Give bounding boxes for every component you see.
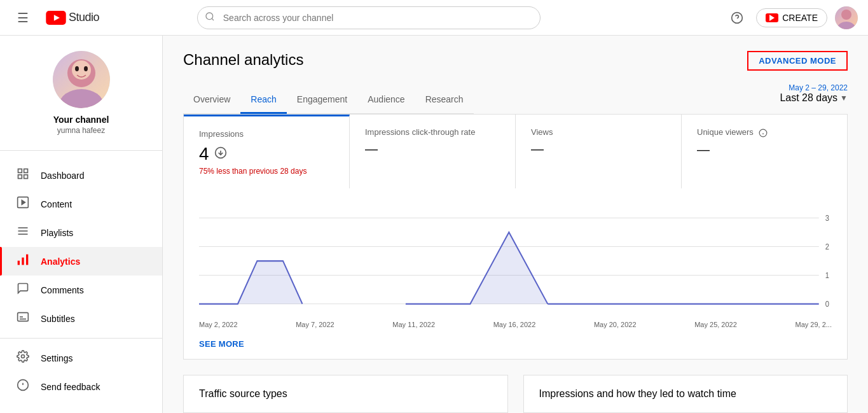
metric-impressions[interactable]: Impressions 4 75% less than previous 28 … <box>184 115 350 188</box>
create-label: CREATE <box>782 13 818 23</box>
sidebar-item-label-feedback: Send feedback <box>41 382 100 392</box>
avatar[interactable] <box>835 6 858 29</box>
main-area: Your channel yumna hafeez Dashboard Cont… <box>0 36 868 413</box>
metric-ctr[interactable]: Impressions click-through rate — <box>350 115 516 188</box>
youtube-logo-icon <box>46 11 66 25</box>
impressions-watch-title: Impressions and how they led to watch ti… <box>539 388 832 400</box>
svg-text:2: 2 <box>825 242 829 251</box>
x-label-4: May 20, 2022 <box>594 321 637 328</box>
impressions-trend-icon <box>214 146 227 162</box>
svg-rect-16 <box>18 175 22 179</box>
sidebar-item-analytics[interactable]: Analytics <box>0 247 162 276</box>
date-range-value: Last 28 days ▼ <box>780 92 848 104</box>
content-icon <box>15 196 31 212</box>
sidebar: Your channel yumna hafeez Dashboard Cont… <box>0 36 163 413</box>
x-label-2: May 11, 2022 <box>392 321 435 328</box>
sidebar-divider-2 <box>0 338 162 339</box>
sidebar-item-comments[interactable]: Comments <box>0 276 162 304</box>
sidebar-item-playlists[interactable]: Playlists <box>0 218 162 247</box>
create-button[interactable]: CREATE <box>756 8 827 27</box>
feedback-icon <box>15 379 31 395</box>
svg-point-6 <box>841 10 851 20</box>
page-title: Channel analytics <box>183 51 303 69</box>
views-value: — <box>531 142 666 157</box>
tab-audience[interactable]: Audience <box>357 87 415 114</box>
svg-marker-42 <box>406 232 638 304</box>
impressions-sub: 75% less than previous 28 days <box>199 167 334 176</box>
svg-rect-14 <box>24 169 28 173</box>
traffic-source-card: Traffic source types <box>183 375 508 413</box>
playlists-icon <box>15 225 31 241</box>
sidebar-item-label-settings: Settings <box>41 353 73 363</box>
x-label-0: May 2, 2022 <box>199 321 238 328</box>
impressions-label: Impressions <box>199 129 334 139</box>
unique-viewers-value: — <box>697 143 832 157</box>
tab-overview[interactable]: Overview <box>183 87 240 114</box>
search-icon <box>205 11 215 24</box>
menu-icon[interactable]: ☰ <box>10 10 36 25</box>
views-label: Views <box>531 127 666 137</box>
sidebar-item-dashboard[interactable]: Dashboard <box>0 161 162 190</box>
see-more-link[interactable]: SEE MORE <box>199 339 244 349</box>
profile-handle: yumna hafeez <box>57 126 105 135</box>
svg-rect-24 <box>26 255 28 265</box>
traffic-source-title: Traffic source types <box>199 388 492 400</box>
tab-engagement[interactable]: Engagement <box>287 87 357 114</box>
svg-point-12 <box>84 66 88 71</box>
date-range-arrow: ▼ <box>840 94 848 102</box>
page-header: Channel analytics ADVANCED MODE <box>183 51 848 71</box>
svg-text:0: 0 <box>825 299 830 308</box>
help-button[interactable] <box>726 6 748 29</box>
top-right-controls: CREATE <box>726 6 858 29</box>
profile-avatar[interactable] <box>53 51 110 108</box>
sidebar-item-label-comments: Comments <box>41 285 84 295</box>
svg-marker-41 <box>199 261 406 304</box>
studio-text: Studio <box>69 11 99 24</box>
metric-unique-viewers[interactable]: Unique viewers — <box>682 115 847 188</box>
svg-rect-23 <box>22 258 24 265</box>
sidebar-nav: Dashboard Content Playlists <box>0 156 162 406</box>
sidebar-divider <box>0 150 162 151</box>
unique-viewers-info-icon <box>759 127 768 137</box>
search-input[interactable] <box>197 6 541 29</box>
subtitles-icon <box>15 311 31 326</box>
dashboard-icon <box>15 167 31 183</box>
svg-point-9 <box>59 89 104 108</box>
top-bar: ☰ Studio CREATE <box>0 0 868 36</box>
tabs: Overview Reach Engagement Audience Resea… <box>183 87 474 114</box>
date-range[interactable]: May 2 – 29, 2022 Last 28 days ▼ <box>780 83 848 104</box>
see-more: SEE MORE <box>199 339 832 349</box>
sidebar-item-label-content: Content <box>41 199 72 209</box>
ctr-value: — <box>365 142 500 157</box>
impressions-watch-card: Impressions and how they led to watch ti… <box>523 375 848 413</box>
search-bar <box>197 6 541 29</box>
tab-reach[interactable]: Reach <box>240 87 286 114</box>
create-video-icon <box>766 13 778 22</box>
svg-point-2 <box>206 13 213 20</box>
x-label-5: May 25, 2022 <box>694 321 737 328</box>
sidebar-item-label-playlists: Playlists <box>41 228 73 238</box>
sidebar-item-subtitles[interactable]: Subtitles <box>0 304 162 333</box>
impressions-value: 4 <box>199 144 334 164</box>
settings-icon <box>15 350 31 366</box>
metric-views[interactable]: Views — <box>516 115 682 188</box>
advanced-mode-button[interactable]: ADVANCED MODE <box>747 51 848 71</box>
sidebar-item-content[interactable]: Content <box>0 190 162 218</box>
svg-point-7 <box>837 22 855 29</box>
svg-text:3: 3 <box>825 213 830 222</box>
x-label-3: May 16, 2022 <box>493 321 536 328</box>
tab-research[interactable]: Research <box>415 87 474 114</box>
impressions-chart: 3 2 1 0 <box>199 204 832 318</box>
svg-rect-15 <box>24 175 28 179</box>
chart-container: 3 2 1 0 May 2, 2022 May 7, 2022 May 11, … <box>183 188 848 360</box>
svg-line-3 <box>212 18 214 20</box>
comments-icon <box>15 282 31 298</box>
unique-viewers-label: Unique viewers <box>697 127 832 137</box>
sidebar-profile: Your channel yumna hafeez <box>0 36 162 145</box>
sidebar-item-send-feedback[interactable]: Send feedback <box>0 372 162 401</box>
date-range-label: May 2 – 29, 2022 <box>780 83 848 92</box>
chart-wrap: 3 2 1 0 <box>199 204 832 318</box>
sidebar-item-settings[interactable]: Settings <box>0 344 162 372</box>
x-label-6: May 29, 2... <box>795 321 831 328</box>
profile-name: Your channel <box>53 115 109 125</box>
